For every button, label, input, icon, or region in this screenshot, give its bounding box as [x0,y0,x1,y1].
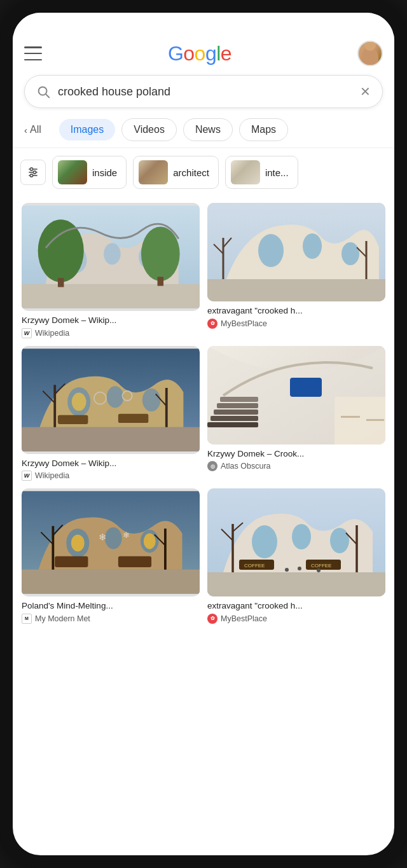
svg-point-7 [30,174,32,177]
svg-point-71 [292,524,311,549]
image-grid: Krzywy Domek – Wikip... W Wikipedia [13,196,394,630]
result-source-name-3: Wikipedia [35,471,69,480]
result-source-1: W Wikipedia [22,328,200,338]
header: Google [13,36,394,72]
svg-text:❄: ❄ [123,530,130,540]
result-source-name-2: MyBestPlace [221,319,267,328]
tab-all[interactable]: ‹ All [24,119,53,141]
result-title-2: extravagant "crooked h... [207,305,385,317]
result-image-4-svg [207,346,385,444]
tab-maps[interactable]: Maps [239,118,288,141]
google-logo: Google [168,42,231,65]
svg-point-30 [107,386,124,408]
svg-point-15 [141,227,180,281]
result-title-4: Krzywy Domek – Crook... [207,448,385,460]
svg-rect-18 [207,279,385,301]
result-source-4: ◎ Atlas Obscura [207,461,385,471]
svg-point-5 [30,168,32,170]
filter-options-button[interactable] [20,160,46,185]
tab-videos[interactable]: Videos [121,118,177,141]
svg-rect-9 [22,284,200,308]
result-card-4[interactable]: Krzywy Domek – Crook... ◎ Atlas Obscura [207,346,385,481]
svg-rect-45 [214,410,258,415]
result-image-2 [207,203,385,301]
chip-interior[interactable]: inte... [225,156,298,189]
avatar[interactable] [357,41,383,66]
result-card-1[interactable]: Krzywy Domek – Wikip... W Wikipedia [22,203,200,338]
chip-inside[interactable]: inside [52,156,127,189]
result-image-2-svg [207,203,385,301]
svg-rect-60 [118,556,151,567]
avatar-image [359,42,382,65]
result-source-2: ✿ MyBestPlace [207,319,385,329]
result-source-name-1: Wikipedia [35,329,69,338]
svg-point-13 [38,219,84,282]
phone-shell: Google crooked house poland ✕ ‹ All [0,0,407,868]
tab-all-label: All [30,124,41,135]
svg-point-58 [144,534,156,549]
clear-search-button[interactable]: ✕ [360,84,371,99]
svg-rect-14 [58,278,64,287]
svg-rect-34 [118,413,148,422]
result-image-1 [22,203,200,311]
svg-point-83 [298,567,301,570]
search-query: crooked house poland [58,85,352,99]
chip-architect-thumb [139,160,168,184]
result-card-3[interactable]: Krzywy Domek – Wikip... W Wikipedia [22,346,200,481]
svg-point-31 [142,389,160,411]
svg-point-32 [72,392,86,410]
status-bar [13,13,394,36]
result-source-name-6: MyBestPlace [221,614,267,623]
chip-architect[interactable]: architect [133,156,219,189]
svg-rect-16 [158,277,163,286]
svg-rect-59 [55,556,88,567]
chip-inside-thumb [58,160,87,184]
svg-point-57 [71,535,85,552]
result-image-4 [207,346,385,444]
svg-point-20 [303,233,322,259]
result-source-name-5: My Modern Met [35,614,90,623]
svg-point-21 [341,242,359,265]
tab-images[interactable]: Images [59,119,115,141]
atlas-obscura-icon: ◎ [207,461,217,471]
svg-point-82 [285,568,289,572]
phone-screen: Google crooked house poland ✕ ‹ All [13,13,394,855]
search-icon [36,85,50,99]
mybestplace-icon: ✿ [207,319,217,329]
result-source-name-4: Atlas Obscura [221,462,271,471]
category-chips: inside architect inte... [13,148,394,196]
svg-point-72 [330,528,349,553]
result-card-5[interactable]: ❄ ❄ Poland's Mind-Melting... M My Modern… [22,488,200,624]
svg-text:COFFEE: COFFEE [311,563,331,568]
svg-text:COFFEE: COFFEE [244,563,265,568]
modernmet-icon: M [22,614,32,624]
result-title-5: Poland's Mind-Melting... [22,600,200,612]
result-source-3: W Wikipedia [22,471,200,481]
tab-news[interactable]: News [183,118,233,141]
svg-point-55 [105,527,122,549]
svg-rect-69 [207,572,385,596]
search-bar[interactable]: crooked house poland ✕ [24,75,383,108]
mybestplace-icon-2: ✿ [207,614,217,624]
result-source-6: ✿ MyBestPlace [207,614,385,624]
svg-rect-53 [22,570,200,594]
svg-line-1 [46,94,49,97]
result-card-6[interactable]: COFFEE COFFEE ext [207,488,385,624]
svg-rect-44 [217,403,258,408]
svg-rect-50 [366,419,384,421]
wikipedia-icon: W [22,328,32,338]
menu-button[interactable] [24,46,42,60]
result-card-2[interactable]: extravagant "crooked h... ✿ MyBestPlace [207,203,385,338]
svg-text:❄: ❄ [99,532,107,542]
wikipedia-icon-2: W [22,471,32,481]
svg-rect-43 [220,397,258,402]
result-image-5-svg: ❄ ❄ [22,488,200,596]
chip-interior-label: inte... [265,167,289,178]
result-image-5: ❄ ❄ [22,488,200,596]
result-title-3: Krzywy Domek – Wikip... [22,458,200,469]
result-title-1: Krzywy Domek – Wikip... [22,315,200,326]
filter-tabs: ‹ All Images Videos News Maps [13,116,394,148]
back-icon: ‹ [24,125,27,135]
svg-rect-51 [290,378,322,397]
result-title-6: extravagant "crooked h... [207,600,385,612]
